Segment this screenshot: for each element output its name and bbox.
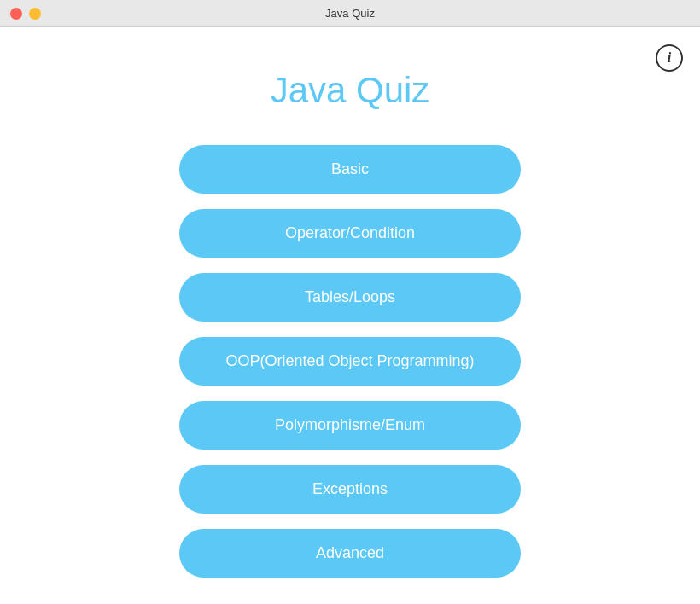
- quiz-button-exceptions[interactable]: Exceptions: [179, 465, 521, 514]
- quiz-button-polymorphisme-enum[interactable]: Polymorphisme/Enum: [179, 401, 521, 450]
- app-title: Java Quiz: [271, 70, 430, 111]
- title-bar: Java Quiz: [0, 0, 700, 27]
- close-button[interactable]: [10, 8, 22, 20]
- quiz-button-tables-loops[interactable]: Tables/Loops: [179, 273, 521, 322]
- quiz-button-advanced[interactable]: Advanced: [179, 529, 521, 578]
- quiz-button-oop[interactable]: OOP(Oriented Object Programming): [179, 337, 521, 386]
- quiz-button-operator-condition[interactable]: Operator/Condition: [179, 209, 521, 258]
- info-button[interactable]: i: [656, 44, 683, 72]
- quiz-button-basic[interactable]: Basic: [179, 145, 521, 194]
- app-container: i Java Quiz BasicOperator/ConditionTable…: [0, 27, 700, 604]
- info-icon: i: [668, 50, 671, 66]
- quiz-buttons-container: BasicOperator/ConditionTables/LoopsOOP(O…: [0, 145, 700, 578]
- minimize-button[interactable]: [29, 8, 41, 20]
- window-title: Java Quiz: [325, 7, 375, 20]
- window-controls[interactable]: [10, 8, 41, 20]
